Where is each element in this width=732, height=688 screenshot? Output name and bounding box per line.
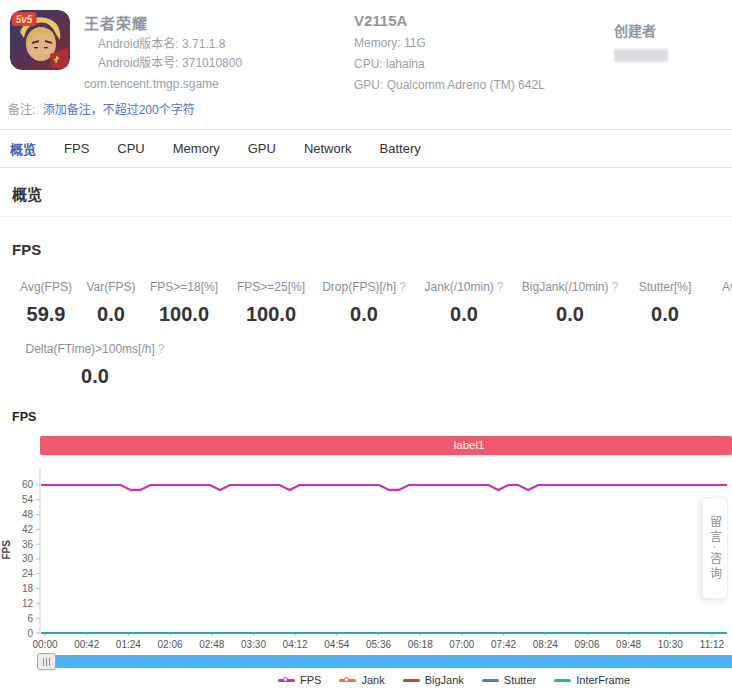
x-tick-label: 08:24 xyxy=(533,639,558,650)
tab-Network[interactable]: Network xyxy=(302,141,354,156)
legend-item-FPS[interactable]: FPS xyxy=(278,674,321,686)
tab-Battery[interactable]: Battery xyxy=(378,141,423,156)
stat-value: 100.0 xyxy=(140,303,228,326)
stat-label: Delta(FTime)>100ms[/h]? xyxy=(10,342,180,356)
tab-概览[interactable]: 概览 xyxy=(8,139,38,158)
legend-item-Stutter[interactable]: Stutter xyxy=(482,674,536,686)
legend-dot-icon xyxy=(344,677,349,682)
legend-item-InterFrame[interactable]: InterFrame xyxy=(554,674,630,686)
stat-label: Drop(FPS)[/h]? xyxy=(314,280,414,294)
x-tick-label: 01:24 xyxy=(116,639,141,650)
stat-label: BigJank(/10min)? xyxy=(514,280,626,294)
device-memory: Memory: 11G xyxy=(354,36,545,50)
stat-value: 100.0 xyxy=(228,303,314,326)
fps-chart: label1 06121824303642485460FPS00:0000:42… xyxy=(0,436,732,688)
x-tick-label: 07:00 xyxy=(449,639,474,650)
tab-CPU[interactable]: CPU xyxy=(115,141,146,156)
y-tick-label: 48 xyxy=(22,509,34,520)
help-question-icon[interactable]: ? xyxy=(399,280,406,294)
creator-label: 创建者 xyxy=(614,20,668,40)
stat-Stutter-: Stutter[%]0.0 xyxy=(626,280,704,326)
stat-Avg-FPS-: Avg(FPS)59.9 xyxy=(10,280,82,326)
y-axis-title: FPS xyxy=(1,540,12,560)
app-version-name: Android版本名: 3.71.1.8 xyxy=(98,37,242,52)
legend-item-Jank[interactable]: Jank xyxy=(339,674,384,686)
perf-report-page: 5v5 王者荣耀 Android版本名: 3.71.1.8 Android版本号… xyxy=(0,0,732,688)
stat-label: Stutter[%] xyxy=(626,280,704,294)
drag-handle-icon xyxy=(43,658,50,666)
app-header: 5v5 王者荣耀 Android版本名: 3.71.1.8 Android版本号… xyxy=(0,0,732,96)
overview-section: 概览 FPS Avg(FPS)59.9Var(FPS)0.0FPS>=18[%]… xyxy=(0,168,732,388)
legend-marker-icon xyxy=(278,679,295,682)
chart-label-banner: label1 xyxy=(40,436,732,455)
stat-FPS-18-: FPS>=18[%]100.0 xyxy=(140,280,228,326)
x-tick-label: 10:30 xyxy=(658,639,683,650)
stat-BigJank-10min-: BigJank(/10min)?0.0 xyxy=(514,280,626,326)
help-question-icon[interactable]: ? xyxy=(612,280,619,294)
stat-value: 0.0 xyxy=(314,303,414,326)
y-tick-label: 6 xyxy=(27,613,33,624)
fps-stats-row: Avg(FPS)59.9Var(FPS)0.0FPS>=18[%]100.0FP… xyxy=(0,280,732,326)
y-tick-label: 18 xyxy=(22,583,34,594)
tab-GPU[interactable]: GPU xyxy=(246,141,278,156)
datazoom-handle[interactable] xyxy=(37,653,56,670)
stat-Drop-FPS-h-: Drop(FPS)[/h]?0.0 xyxy=(314,280,414,326)
app-meta: 王者荣耀 Android版本名: 3.71.1.8 Android版本号: 37… xyxy=(84,8,242,96)
app-version-code: Android版本号: 371010800 xyxy=(98,56,242,71)
y-tick-label: 60 xyxy=(22,479,34,490)
legend-label: InterFrame xyxy=(576,674,630,686)
tab-Memory[interactable]: Memory xyxy=(171,141,222,156)
y-tick-label: 30 xyxy=(22,553,34,564)
stat-Avg-InterF: Avg(InterF0.0 xyxy=(704,280,732,326)
legend-marker-icon xyxy=(482,679,499,682)
legend-marker-icon xyxy=(339,679,356,682)
stat-Delta-FTime-100ms-h-: Delta(FTime)>100ms[/h]?0.0 xyxy=(10,342,180,388)
help-question-icon[interactable]: ? xyxy=(158,342,165,356)
y-tick-label: 42 xyxy=(22,524,34,535)
legend-marker-icon xyxy=(403,679,420,682)
tab-bar: 概览FPSCPUMemoryGPUNetworkBattery xyxy=(0,130,732,168)
x-tick-label: 06:18 xyxy=(408,639,433,650)
help-question-icon[interactable]: ? xyxy=(497,280,504,294)
x-tick-label: 04:12 xyxy=(283,639,308,650)
x-tick-label: 02:06 xyxy=(158,639,183,650)
stat-value: 0.0 xyxy=(704,303,732,326)
legend-label: BigJank xyxy=(425,674,464,686)
stat-value: 0.0 xyxy=(514,303,626,326)
x-tick-label: 09:06 xyxy=(574,639,599,650)
datazoom-scrollbar[interactable] xyxy=(40,655,732,668)
stat-value: 0.0 xyxy=(626,303,704,326)
creator-name-redacted xyxy=(614,49,668,62)
overview-section-title: 概览 xyxy=(0,168,732,216)
stat-value: 0.0 xyxy=(10,365,180,388)
stat-label: FPS>=25[%] xyxy=(228,280,314,294)
legend-item-BigJank[interactable]: BigJank xyxy=(403,674,464,686)
device-model: V2115A xyxy=(354,12,545,29)
legend-marker-icon xyxy=(554,679,571,682)
tab-FPS[interactable]: FPS xyxy=(62,141,91,156)
feedback-float-tab[interactable]: 留言·咨询 xyxy=(702,497,728,599)
stat-Var-FPS-: Var(FPS)0.0 xyxy=(82,280,140,326)
stat-label: Avg(InterF xyxy=(704,280,732,294)
x-tick-label: 02:48 xyxy=(199,639,224,650)
stat-value: 0.0 xyxy=(82,303,140,326)
note-row: 备注: 添加备注，不超过200个字符 xyxy=(0,96,732,129)
chart-label-text: label1 xyxy=(454,439,485,451)
stat-label: Jank(/10min)? xyxy=(414,280,514,294)
x-tick-label: 03:30 xyxy=(241,639,266,650)
feedback-float-label: 留言·咨询 xyxy=(707,515,724,582)
x-tick-label: 04:54 xyxy=(324,639,349,650)
note-label: 备注: xyxy=(8,103,35,117)
creator-box: 创建者 xyxy=(614,20,668,62)
device-cpu: CPU: lahaina xyxy=(354,57,545,71)
add-note-link[interactable]: 添加备注，不超过200个字符 xyxy=(43,103,195,117)
series-line-FPS xyxy=(41,485,727,490)
x-tick-label: 11:12 xyxy=(700,639,725,650)
y-tick-label: 36 xyxy=(22,539,34,550)
stat-FPS-25-: FPS>=25[%]100.0 xyxy=(228,280,314,326)
legend-label: Stutter xyxy=(504,674,536,686)
svg-text:5v5: 5v5 xyxy=(16,14,33,25)
x-tick-label: 00:42 xyxy=(74,639,99,650)
stat-value: 0.0 xyxy=(414,303,514,326)
x-tick-label: 07:42 xyxy=(491,639,516,650)
